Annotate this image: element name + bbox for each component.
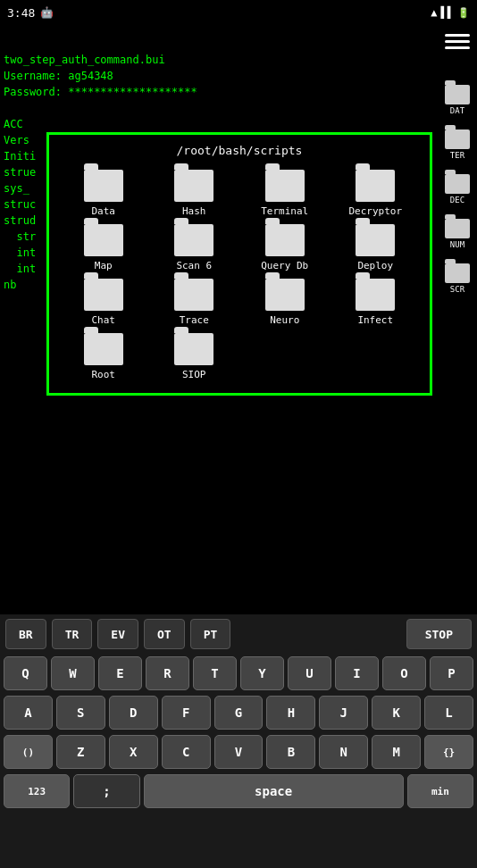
- file-item-decryptor[interactable]: Decryptor: [334, 170, 418, 217]
- key-l[interactable]: L: [424, 696, 473, 730]
- folder-icon-decryptor: [356, 170, 395, 202]
- file-item-terminal[interactable]: Terminal: [243, 170, 327, 217]
- file-item-trace[interactable]: Trace: [153, 279, 237, 326]
- file-item-neuro[interactable]: Neuro: [243, 279, 327, 326]
- key-o[interactable]: O: [382, 656, 426, 690]
- ter-folder-icon: [445, 129, 470, 149]
- dec-folder-icon: [445, 174, 470, 194]
- term-line-1: ACC: [4, 116, 432, 132]
- num-label: NUM: [450, 240, 464, 249]
- ter-label: TER: [450, 151, 464, 160]
- toolbar-ot-button[interactable]: OT: [144, 619, 185, 649]
- keyboard-row-3: () Z X C V B N M {}: [0, 732, 477, 772]
- files-grid: Data Hash Terminal Decryptor Map Scan: [58, 166, 421, 384]
- time-display: 3:48: [7, 6, 35, 20]
- key-t[interactable]: T: [193, 656, 237, 690]
- key-parens[interactable]: (): [4, 735, 53, 769]
- file-item-scan6[interactable]: Scan 6: [153, 224, 237, 271]
- toolbar-ev-button[interactable]: EV: [97, 619, 138, 649]
- toolbar-pt-button[interactable]: PT: [190, 619, 231, 649]
- file-item-root[interactable]: Root: [62, 333, 146, 380]
- key-123[interactable]: 123: [4, 774, 70, 808]
- sidebar-icon-ter[interactable]: TER: [439, 123, 475, 166]
- status-right: ▲ ▌▌ 🔋: [431, 6, 470, 19]
- key-y[interactable]: Y: [240, 656, 284, 690]
- android-icon: 🤖: [40, 6, 54, 19]
- folder-icon-chat: [84, 279, 123, 311]
- key-z[interactable]: Z: [56, 735, 105, 769]
- key-p[interactable]: P: [430, 656, 473, 690]
- folder-icon-siop: [174, 333, 213, 365]
- file-browser-title: /root/bash/scripts: [58, 144, 421, 157]
- filename-display: two_step_auth_command.bui: [4, 52, 432, 68]
- file-label-neuro: Neuro: [270, 314, 299, 326]
- battery-icon: 🔋: [457, 7, 470, 19]
- keyboard-row-1: Q W E R T Y U I O P: [0, 654, 477, 693]
- folder-icon-root: [84, 333, 123, 365]
- key-v[interactable]: V: [214, 735, 264, 769]
- dat-label: DAT: [450, 106, 464, 115]
- key-n[interactable]: N: [319, 735, 368, 769]
- scr-folder-icon: [445, 263, 470, 283]
- file-item-map[interactable]: Map: [62, 224, 146, 271]
- file-label-decryptor: Decryptor: [348, 205, 402, 217]
- file-item-querydb[interactable]: Query Db: [243, 224, 327, 271]
- file-item-infect[interactable]: Infect: [334, 279, 418, 326]
- key-j[interactable]: J: [319, 696, 368, 730]
- key-c[interactable]: C: [162, 735, 211, 769]
- folder-icon-neuro: [265, 279, 305, 311]
- sidebar-icon-dec[interactable]: DEC: [439, 168, 475, 211]
- file-label-deploy: Deploy: [357, 260, 393, 271]
- status-left: 3:48 🤖: [7, 6, 54, 20]
- key-min[interactable]: min: [407, 774, 473, 808]
- stop-button[interactable]: STOP: [406, 619, 472, 649]
- file-item-data[interactable]: Data: [62, 170, 146, 217]
- key-semicolon[interactable]: ;: [73, 774, 139, 808]
- folder-icon-terminal: [265, 170, 305, 202]
- key-x[interactable]: X: [109, 735, 158, 769]
- keyboard-row-2: A S D F G H J K L: [0, 693, 477, 732]
- key-s[interactable]: S: [56, 696, 105, 730]
- file-label-root: Root: [92, 369, 116, 380]
- key-e[interactable]: E: [98, 656, 142, 690]
- file-label-scan6: Scan 6: [176, 260, 212, 271]
- key-w[interactable]: W: [51, 656, 95, 690]
- toolbar-br-button[interactable]: BR: [5, 619, 46, 649]
- key-d[interactable]: D: [109, 696, 158, 730]
- username-display: Username: ag54348: [4, 68, 432, 84]
- dat-folder-icon: [445, 85, 470, 104]
- file-label-chat: Chat: [92, 314, 116, 326]
- key-i[interactable]: I: [335, 656, 379, 690]
- sidebar-icon-num[interactable]: NUM: [439, 213, 475, 255]
- key-b[interactable]: B: [266, 735, 315, 769]
- file-item-deploy[interactable]: Deploy: [334, 224, 418, 271]
- key-f[interactable]: F: [162, 696, 211, 730]
- file-label-data: Data: [92, 205, 116, 217]
- file-item-chat[interactable]: Chat: [62, 279, 146, 326]
- folder-icon-scan6: [174, 224, 213, 256]
- main-area: two_step_auth_command.bui Username: ag54…: [0, 25, 477, 650]
- file-label-siop: SIOP: [182, 369, 206, 380]
- file-label-terminal: Terminal: [261, 205, 308, 217]
- key-k[interactable]: K: [372, 696, 421, 730]
- toolbar-tr-button[interactable]: TR: [52, 619, 93, 649]
- key-r[interactable]: R: [146, 656, 189, 690]
- folder-icon-map: [84, 224, 123, 256]
- key-h[interactable]: H: [266, 696, 315, 730]
- key-braces[interactable]: {}: [424, 735, 473, 769]
- file-item-siop[interactable]: SIOP: [153, 333, 237, 380]
- folder-icon-hash: [174, 170, 213, 202]
- key-space[interactable]: space: [144, 774, 404, 808]
- file-item-hash[interactable]: Hash: [153, 170, 237, 217]
- folder-icon-trace: [174, 279, 213, 311]
- key-m[interactable]: M: [372, 735, 421, 769]
- sidebar-icon-dat[interactable]: DAT: [439, 79, 475, 121]
- key-q[interactable]: Q: [4, 656, 47, 690]
- keyboard: Q W E R T Y U I O P A S D F G H J K L ()…: [0, 654, 477, 868]
- key-g[interactable]: G: [214, 696, 264, 730]
- file-label-infect: Infect: [357, 314, 393, 326]
- sidebar-icon-scr[interactable]: SCR: [439, 257, 475, 300]
- key-u[interactable]: U: [288, 656, 331, 690]
- dec-label: DEC: [450, 196, 464, 204]
- key-a[interactable]: A: [4, 696, 53, 730]
